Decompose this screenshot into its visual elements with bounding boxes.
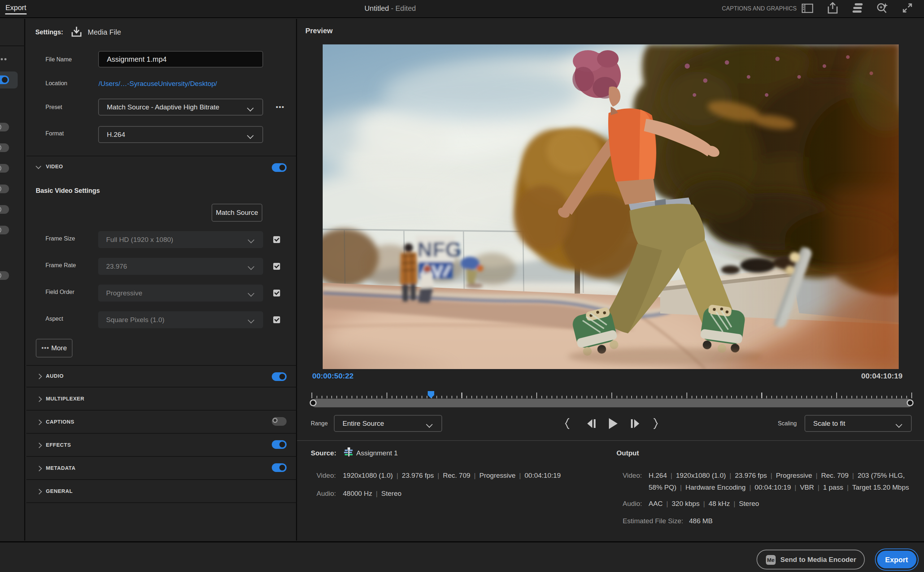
svg-text:NFG: NFG: [417, 238, 461, 261]
